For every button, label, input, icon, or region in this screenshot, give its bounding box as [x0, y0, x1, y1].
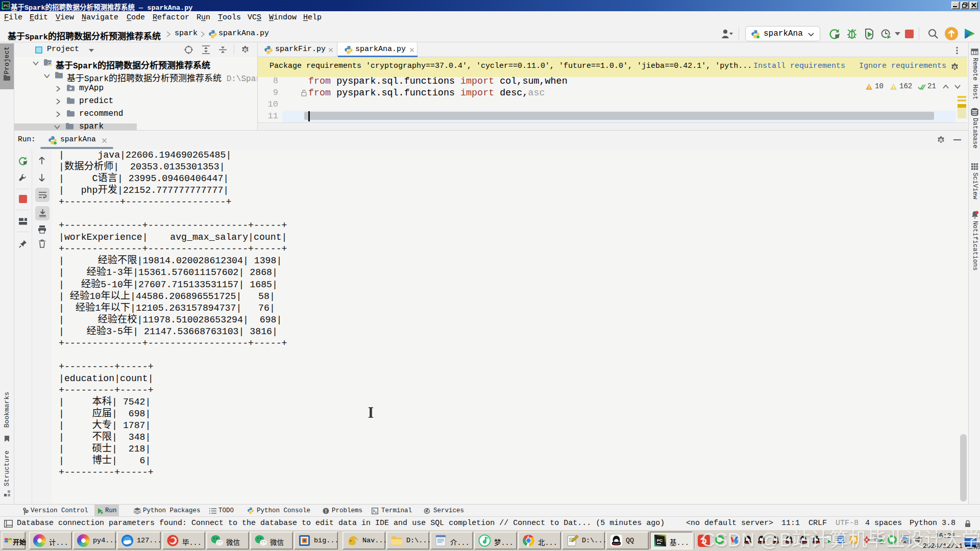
- svg-text:PC: PC: [657, 538, 663, 543]
- svg-text:PC: PC: [4, 4, 9, 8]
